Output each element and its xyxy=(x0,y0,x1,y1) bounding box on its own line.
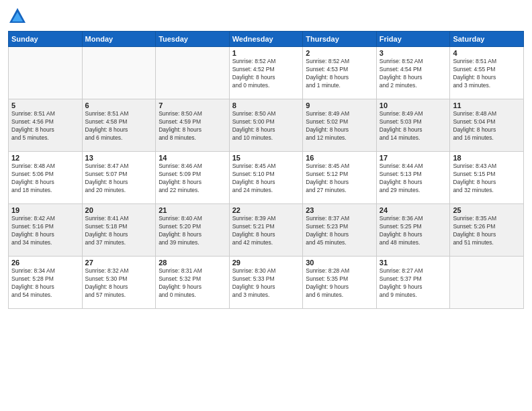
col-header-wednesday: Wednesday xyxy=(229,32,303,47)
day-info: Sunrise: 8:30 AMSunset: 5:33 PMDaylight:… xyxy=(232,267,300,300)
day-info: Sunrise: 8:35 AMSunset: 5:26 PMDaylight:… xyxy=(453,215,521,247)
page: SundayMondayTuesdayWednesdayThursdayFrid… xyxy=(0,0,532,411)
calendar-cell: 17Sunrise: 8:44 AMSunset: 5:13 PMDayligh… xyxy=(376,152,450,204)
day-number: 31 xyxy=(380,259,447,267)
calendar-cell: 26Sunrise: 8:34 AMSunset: 5:28 PMDayligh… xyxy=(9,257,83,309)
col-header-thursday: Thursday xyxy=(303,32,377,47)
calendar-cell: 3Sunrise: 8:52 AMSunset: 4:54 PMDaylight… xyxy=(376,47,450,99)
day-number: 28 xyxy=(159,259,226,267)
day-number: 4 xyxy=(453,49,521,57)
col-header-saturday: Saturday xyxy=(450,32,524,47)
day-info: Sunrise: 8:51 AMSunset: 4:56 PMDaylight:… xyxy=(11,110,79,142)
day-number: 18 xyxy=(453,154,521,162)
calendar-cell: 24Sunrise: 8:36 AMSunset: 5:25 PMDayligh… xyxy=(376,204,450,257)
day-number: 2 xyxy=(306,49,373,57)
day-number: 3 xyxy=(380,49,447,57)
calendar-cell: 1Sunrise: 8:52 AMSunset: 4:52 PMDaylight… xyxy=(229,47,303,99)
day-number: 16 xyxy=(306,154,373,162)
calendar-cell: 2Sunrise: 8:52 AMSunset: 4:53 PMDaylight… xyxy=(303,47,377,99)
day-number: 10 xyxy=(380,101,447,109)
day-number: 29 xyxy=(232,259,300,267)
day-info: Sunrise: 8:36 AMSunset: 5:25 PMDaylight:… xyxy=(380,215,447,247)
calendar-table: SundayMondayTuesdayWednesdayThursdayFrid… xyxy=(8,31,524,309)
day-number: 5 xyxy=(11,101,79,109)
day-number: 14 xyxy=(159,154,226,162)
day-number: 7 xyxy=(159,101,226,109)
day-info: Sunrise: 8:49 AMSunset: 5:02 PMDaylight:… xyxy=(306,110,373,142)
calendar-cell: 8Sunrise: 8:50 AMSunset: 5:00 PMDaylight… xyxy=(229,99,303,152)
calendar-week-3: 12Sunrise: 8:48 AMSunset: 5:06 PMDayligh… xyxy=(9,152,524,204)
day-number: 27 xyxy=(85,259,153,267)
day-info: Sunrise: 8:44 AMSunset: 5:13 PMDaylight:… xyxy=(380,163,447,195)
day-info: Sunrise: 8:42 AMSunset: 5:16 PMDaylight:… xyxy=(11,215,79,247)
calendar-cell xyxy=(82,47,156,99)
day-info: Sunrise: 8:28 AMSunset: 5:35 PMDaylight:… xyxy=(306,267,373,300)
calendar-week-5: 26Sunrise: 8:34 AMSunset: 5:28 PMDayligh… xyxy=(9,257,524,309)
day-info: Sunrise: 8:39 AMSunset: 5:21 PMDaylight:… xyxy=(232,215,300,247)
calendar-cell: 15Sunrise: 8:45 AMSunset: 5:10 PMDayligh… xyxy=(229,152,303,204)
calendar-cell: 16Sunrise: 8:45 AMSunset: 5:12 PMDayligh… xyxy=(303,152,377,204)
day-info: Sunrise: 8:51 AMSunset: 4:58 PMDaylight:… xyxy=(85,110,153,142)
day-number: 6 xyxy=(85,101,153,109)
calendar-cell: 20Sunrise: 8:41 AMSunset: 5:18 PMDayligh… xyxy=(82,204,156,257)
day-info: Sunrise: 8:41 AMSunset: 5:18 PMDaylight:… xyxy=(85,215,153,247)
day-number: 30 xyxy=(306,259,373,267)
calendar-cell: 29Sunrise: 8:30 AMSunset: 5:33 PMDayligh… xyxy=(229,257,303,309)
day-info: Sunrise: 8:37 AMSunset: 5:23 PMDaylight:… xyxy=(306,215,373,247)
day-info: Sunrise: 8:34 AMSunset: 5:28 PMDaylight:… xyxy=(11,267,79,300)
day-number: 9 xyxy=(306,101,373,109)
day-info: Sunrise: 8:31 AMSunset: 5:32 PMDaylight:… xyxy=(159,267,226,300)
day-info: Sunrise: 8:45 AMSunset: 5:10 PMDaylight:… xyxy=(232,163,300,195)
logo-icon xyxy=(8,7,27,26)
day-info: Sunrise: 8:49 AMSunset: 5:03 PMDaylight:… xyxy=(380,110,447,142)
calendar-cell: 25Sunrise: 8:35 AMSunset: 5:26 PMDayligh… xyxy=(450,204,524,257)
day-number: 22 xyxy=(232,206,300,214)
day-number: 21 xyxy=(159,206,226,214)
calendar-cell: 21Sunrise: 8:40 AMSunset: 5:20 PMDayligh… xyxy=(156,204,230,257)
day-number: 15 xyxy=(232,154,300,162)
col-header-monday: Monday xyxy=(82,32,156,47)
calendar-cell: 19Sunrise: 8:42 AMSunset: 5:16 PMDayligh… xyxy=(9,204,83,257)
calendar-header-row: SundayMondayTuesdayWednesdayThursdayFrid… xyxy=(9,32,524,47)
calendar-week-4: 19Sunrise: 8:42 AMSunset: 5:16 PMDayligh… xyxy=(9,204,524,257)
day-number: 24 xyxy=(380,206,447,214)
day-info: Sunrise: 8:46 AMSunset: 5:09 PMDaylight:… xyxy=(159,163,226,195)
day-number: 13 xyxy=(85,154,153,162)
col-header-sunday: Sunday xyxy=(9,32,83,47)
day-number: 19 xyxy=(11,206,79,214)
calendar-cell: 27Sunrise: 8:32 AMSunset: 5:30 PMDayligh… xyxy=(82,257,156,309)
day-info: Sunrise: 8:52 AMSunset: 4:53 PMDaylight:… xyxy=(306,58,373,90)
day-info: Sunrise: 8:27 AMSunset: 5:37 PMDaylight:… xyxy=(380,267,447,300)
day-number: 26 xyxy=(11,259,79,267)
day-info: Sunrise: 8:43 AMSunset: 5:15 PMDaylight:… xyxy=(453,163,521,195)
header xyxy=(8,7,524,26)
day-number: 12 xyxy=(11,154,79,162)
day-info: Sunrise: 8:50 AMSunset: 4:59 PMDaylight:… xyxy=(159,110,226,142)
calendar-cell: 5Sunrise: 8:51 AMSunset: 4:56 PMDaylight… xyxy=(9,99,83,152)
calendar-cell: 4Sunrise: 8:51 AMSunset: 4:55 PMDaylight… xyxy=(450,47,524,99)
day-number: 1 xyxy=(232,49,300,57)
calendar-cell: 6Sunrise: 8:51 AMSunset: 4:58 PMDaylight… xyxy=(82,99,156,152)
logo xyxy=(8,7,30,26)
day-number: 8 xyxy=(232,101,300,109)
day-number: 20 xyxy=(85,206,153,214)
calendar-cell: 9Sunrise: 8:49 AMSunset: 5:02 PMDaylight… xyxy=(303,99,377,152)
day-number: 23 xyxy=(306,206,373,214)
day-info: Sunrise: 8:47 AMSunset: 5:07 PMDaylight:… xyxy=(85,163,153,195)
calendar-cell: 11Sunrise: 8:48 AMSunset: 5:04 PMDayligh… xyxy=(450,99,524,152)
calendar-cell: 7Sunrise: 8:50 AMSunset: 4:59 PMDaylight… xyxy=(156,99,230,152)
calendar-cell: 14Sunrise: 8:46 AMSunset: 5:09 PMDayligh… xyxy=(156,152,230,204)
day-info: Sunrise: 8:52 AMSunset: 4:54 PMDaylight:… xyxy=(380,58,447,90)
col-header-friday: Friday xyxy=(376,32,450,47)
calendar-cell xyxy=(450,257,524,309)
calendar-cell xyxy=(9,47,83,99)
day-info: Sunrise: 8:48 AMSunset: 5:04 PMDaylight:… xyxy=(453,110,521,142)
calendar-cell: 28Sunrise: 8:31 AMSunset: 5:32 PMDayligh… xyxy=(156,257,230,309)
day-info: Sunrise: 8:32 AMSunset: 5:30 PMDaylight:… xyxy=(85,267,153,300)
day-info: Sunrise: 8:40 AMSunset: 5:20 PMDaylight:… xyxy=(159,215,226,247)
day-info: Sunrise: 8:51 AMSunset: 4:55 PMDaylight:… xyxy=(453,58,521,90)
col-header-tuesday: Tuesday xyxy=(156,32,230,47)
day-number: 25 xyxy=(453,206,521,214)
calendar-cell: 31Sunrise: 8:27 AMSunset: 5:37 PMDayligh… xyxy=(376,257,450,309)
calendar-cell: 30Sunrise: 8:28 AMSunset: 5:35 PMDayligh… xyxy=(303,257,377,309)
